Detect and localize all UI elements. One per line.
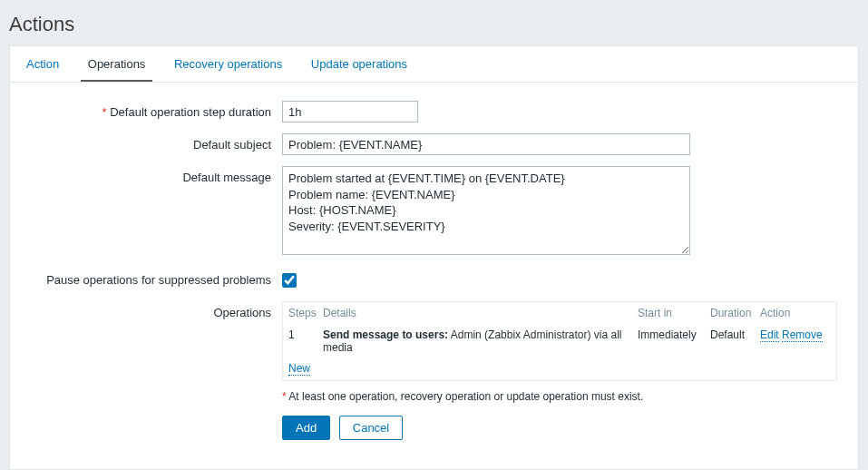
operations-label: Operations: [19, 301, 282, 319]
row-step-duration: * Default operation step duration: [19, 101, 849, 122]
th-duration: Duration: [710, 307, 760, 319]
cell-action: Edit Remove: [760, 328, 831, 354]
default-message-label: Default message: [19, 166, 282, 184]
pause-operations-checkbox[interactable]: [282, 273, 297, 288]
pause-operations-label: Pause operations for suppressed problems: [19, 269, 282, 287]
cell-duration: Default: [710, 328, 760, 354]
form-buttons: Add Cancel: [282, 416, 837, 440]
cell-steps: 1: [288, 328, 323, 354]
th-start: Start in: [638, 307, 710, 319]
step-duration-label: * Default operation step duration: [19, 101, 282, 119]
form-panel: Action Operations Recovery operations Up…: [9, 45, 859, 470]
edit-link[interactable]: Edit: [760, 328, 779, 342]
form-body: * Default operation step duration Defaul…: [10, 83, 858, 469]
step-duration-input[interactable]: [282, 101, 418, 122]
remove-link[interactable]: Remove: [782, 328, 823, 342]
operations-table-header: Steps Details Start in Duration Action: [283, 302, 836, 324]
default-message-textarea[interactable]: Problem started at {EVENT.TIME} on {EVEN…: [282, 166, 690, 255]
cancel-button[interactable]: Cancel: [339, 416, 403, 440]
tabs: Action Operations Recovery operations Up…: [10, 46, 858, 83]
row-default-message: Default message Problem started at {EVEN…: [19, 166, 849, 258]
tab-operations[interactable]: Operations: [81, 46, 153, 82]
row-default-subject: Default subject: [19, 133, 849, 155]
operations-table: Steps Details Start in Duration Action 1…: [282, 301, 837, 381]
th-details: Details: [323, 307, 638, 319]
tab-action[interactable]: Action: [19, 46, 66, 82]
default-subject-label: Default subject: [19, 133, 282, 152]
table-row: 1 Send message to users: Admin (Zabbix A…: [283, 324, 836, 358]
default-subject-input[interactable]: [282, 133, 690, 155]
th-steps: Steps: [288, 307, 323, 319]
row-pause-operations: Pause operations for suppressed problems: [19, 269, 849, 290]
th-action: Action: [760, 307, 831, 319]
add-button[interactable]: Add: [282, 416, 330, 440]
tab-recovery-operations[interactable]: Recovery operations: [167, 46, 289, 82]
row-operations: Operations Steps Details Start in Durati…: [19, 301, 849, 440]
page-title: Actions: [0, 0, 868, 45]
cell-start: Immediately: [638, 328, 710, 354]
operations-new-row: New: [283, 358, 836, 380]
operations-hint: * At least one operation, recovery opera…: [282, 390, 837, 403]
tab-update-operations[interactable]: Update operations: [304, 46, 414, 82]
new-operation-link[interactable]: New: [288, 362, 310, 376]
cell-details: Send message to users: Admin (Zabbix Adm…: [323, 328, 638, 354]
